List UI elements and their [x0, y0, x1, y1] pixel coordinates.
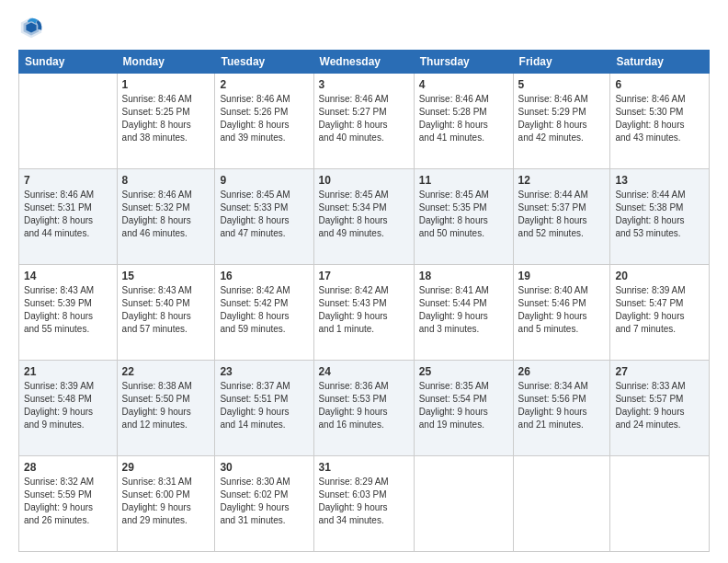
calendar-table: SundayMondayTuesdayWednesdayThursdayFrid… [18, 50, 710, 552]
sunrise: Sunrise: 8:46 AM [419, 94, 489, 104]
day-info: Sunrise: 8:41 AMSunset: 5:44 PMDaylight:… [419, 284, 508, 336]
calendar-cell: 7Sunrise: 8:46 AMSunset: 5:31 PMDaylight… [19, 169, 118, 265]
day-info: Sunrise: 8:37 AMSunset: 5:51 PMDaylight:… [220, 380, 308, 431]
day-info: Sunrise: 8:46 AMSunset: 5:29 PMDaylight:… [518, 93, 606, 144]
sunrise: Sunrise: 8:29 AM [319, 477, 389, 487]
calendar-cell [414, 456, 513, 552]
daylight-line2: and 53 minutes. [615, 228, 680, 238]
sunset: Sunset: 5:59 PM [24, 489, 92, 500]
logo-icon [18, 15, 44, 40]
calendar-week-3: 14Sunrise: 8:43 AMSunset: 5:39 PMDayligh… [19, 265, 710, 361]
calendar-cell: 19Sunrise: 8:40 AMSunset: 5:46 PMDayligh… [513, 265, 610, 361]
day-info: Sunrise: 8:43 AMSunset: 5:39 PMDaylight:… [24, 284, 112, 336]
calendar-header-tuesday: Tuesday [215, 51, 313, 74]
daylight-line2: and 57 minutes. [122, 324, 188, 334]
daylight-line1: Daylight: 8 hours [122, 215, 191, 225]
day-info: Sunrise: 8:43 AMSunset: 5:40 PMDaylight:… [122, 284, 210, 336]
calendar-cell: 21Sunrise: 8:39 AMSunset: 5:48 PMDayligh… [19, 361, 118, 456]
sunrise: Sunrise: 8:34 AM [518, 381, 588, 391]
day-info: Sunrise: 8:35 AMSunset: 5:54 PMDaylight:… [419, 380, 508, 431]
daylight-line1: Daylight: 8 hours [419, 120, 488, 130]
daylight-line2: and 47 minutes. [220, 228, 285, 238]
daylight-line1: Daylight: 8 hours [615, 215, 684, 225]
daylight-line2: and 1 minute. [319, 324, 375, 334]
day-info: Sunrise: 8:44 AMSunset: 5:37 PMDaylight:… [518, 189, 606, 240]
sunrise: Sunrise: 8:46 AM [319, 94, 389, 104]
day-number: 13 [615, 173, 704, 188]
sunrise: Sunrise: 8:43 AM [24, 285, 94, 295]
calendar-cell: 11Sunrise: 8:45 AMSunset: 5:35 PMDayligh… [414, 169, 513, 265]
calendar-header-friday: Friday [513, 51, 610, 74]
daylight-line1: Daylight: 9 hours [419, 311, 488, 321]
calendar-cell: 14Sunrise: 8:43 AMSunset: 5:39 PMDayligh… [19, 265, 118, 361]
daylight-line1: Daylight: 9 hours [518, 407, 587, 417]
calendar-cell: 1Sunrise: 8:46 AMSunset: 5:25 PMDaylight… [117, 74, 215, 169]
day-number: 30 [220, 460, 308, 475]
calendar-cell: 12Sunrise: 8:44 AMSunset: 5:37 PMDayligh… [513, 169, 610, 265]
calendar-cell: 2Sunrise: 8:46 AMSunset: 5:26 PMDaylight… [215, 74, 313, 169]
daylight-line1: Daylight: 9 hours [122, 502, 191, 512]
sunrise: Sunrise: 8:45 AM [419, 190, 489, 200]
day-info: Sunrise: 8:32 AMSunset: 5:59 PMDaylight:… [24, 476, 112, 527]
daylight-line1: Daylight: 9 hours [518, 311, 587, 321]
day-number: 15 [122, 269, 210, 283]
daylight-line1: Daylight: 8 hours [220, 215, 289, 225]
daylight-line1: Daylight: 9 hours [319, 502, 388, 512]
daylight-line1: Daylight: 8 hours [24, 215, 93, 225]
calendar-cell: 23Sunrise: 8:37 AMSunset: 5:51 PMDayligh… [215, 361, 313, 456]
day-number: 5 [518, 77, 606, 92]
day-number: 12 [518, 173, 606, 188]
daylight-line1: Daylight: 8 hours [122, 120, 191, 130]
day-info: Sunrise: 8:46 AMSunset: 5:28 PMDaylight:… [419, 93, 508, 144]
daylight-line1: Daylight: 9 hours [220, 407, 289, 417]
daylight-line1: Daylight: 8 hours [220, 120, 289, 130]
sunrise: Sunrise: 8:30 AM [220, 477, 290, 487]
sunset: Sunset: 5:57 PM [615, 394, 683, 404]
sunset: Sunset: 5:25 PM [122, 107, 190, 117]
daylight-line2: and 3 minutes. [419, 324, 480, 334]
daylight-line1: Daylight: 8 hours [615, 120, 684, 130]
daylight-line1: Daylight: 8 hours [419, 215, 488, 225]
day-info: Sunrise: 8:46 AMSunset: 5:30 PMDaylight:… [615, 93, 704, 144]
day-info: Sunrise: 8:46 AMSunset: 5:26 PMDaylight:… [220, 93, 308, 144]
sunset: Sunset: 5:46 PM [518, 298, 586, 308]
calendar-cell: 4Sunrise: 8:46 AMSunset: 5:28 PMDaylight… [414, 74, 513, 169]
sunrise: Sunrise: 8:45 AM [319, 190, 389, 200]
daylight-line2: and 38 minutes. [122, 132, 188, 143]
daylight-line2: and 29 minutes. [122, 515, 188, 525]
sunrise: Sunrise: 8:44 AM [615, 190, 685, 200]
calendar-week-1: 1Sunrise: 8:46 AMSunset: 5:25 PMDaylight… [19, 74, 710, 169]
sunrise: Sunrise: 8:46 AM [122, 94, 192, 104]
calendar-cell: 29Sunrise: 8:31 AMSunset: 6:00 PMDayligh… [117, 456, 215, 552]
daylight-line2: and 44 minutes. [24, 228, 89, 238]
day-number: 10 [319, 173, 409, 188]
day-number: 25 [419, 364, 508, 379]
day-info: Sunrise: 8:46 AMSunset: 5:25 PMDaylight:… [122, 93, 210, 144]
calendar-cell: 28Sunrise: 8:32 AMSunset: 5:59 PMDayligh… [19, 456, 118, 552]
day-info: Sunrise: 8:33 AMSunset: 5:57 PMDaylight:… [615, 380, 704, 431]
sunset: Sunset: 6:03 PM [319, 489, 387, 500]
day-number: 3 [319, 77, 409, 92]
daylight-line2: and 39 minutes. [220, 132, 285, 143]
day-number: 9 [220, 173, 308, 188]
daylight-line2: and 41 minutes. [419, 132, 484, 143]
sunset: Sunset: 5:40 PM [122, 298, 190, 308]
daylight-line2: and 24 minutes. [615, 419, 680, 430]
day-info: Sunrise: 8:46 AMSunset: 5:31 PMDaylight:… [24, 189, 112, 240]
daylight-line2: and 26 minutes. [24, 515, 89, 525]
day-number: 27 [615, 364, 704, 379]
daylight-line2: and 50 minutes. [419, 228, 484, 238]
day-info: Sunrise: 8:46 AMSunset: 5:32 PMDaylight:… [122, 189, 210, 240]
sunset: Sunset: 5:50 PM [122, 394, 190, 404]
daylight-line2: and 49 minutes. [319, 228, 384, 238]
calendar-cell: 8Sunrise: 8:46 AMSunset: 5:32 PMDaylight… [117, 169, 215, 265]
daylight-line2: and 14 minutes. [220, 419, 285, 430]
day-number: 7 [24, 173, 112, 188]
calendar-cell: 31Sunrise: 8:29 AMSunset: 6:03 PMDayligh… [313, 456, 414, 552]
daylight-line1: Daylight: 8 hours [518, 120, 587, 130]
calendar-cell: 18Sunrise: 8:41 AMSunset: 5:44 PMDayligh… [414, 265, 513, 361]
sunset: Sunset: 5:54 PM [419, 394, 487, 404]
daylight-line1: Daylight: 9 hours [220, 502, 289, 512]
sunset: Sunset: 5:30 PM [615, 107, 683, 117]
calendar-cell: 6Sunrise: 8:46 AMSunset: 5:30 PMDaylight… [610, 74, 710, 169]
